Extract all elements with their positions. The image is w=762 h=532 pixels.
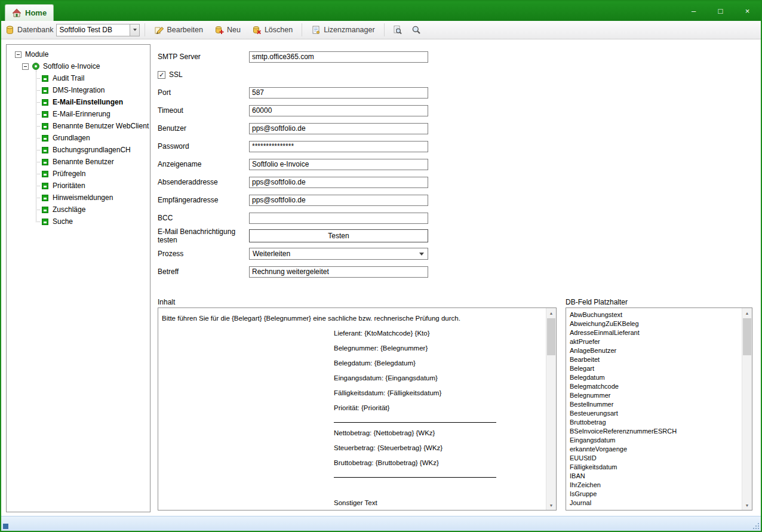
placeholder-item-belegmatchcode[interactable]: Belegmatchcode <box>567 382 740 391</box>
combobox-dropdown-button[interactable] <box>130 24 139 36</box>
tree-item-priorit-ten[interactable]: Prioritäten <box>7 180 150 192</box>
status-icon <box>3 524 8 529</box>
app-window: Home – □ × Datenbank Softfolio Test DB B… <box>0 0 762 532</box>
placeholder-item-adresseeinmallieferant[interactable]: AdresseEinmalLieferant <box>567 328 740 337</box>
bcc-label: BCC <box>158 214 249 222</box>
inhalt-textarea[interactable]: Bitte führen Sie für die {Belegart} {Bel… <box>158 307 557 511</box>
minimize-button[interactable]: – <box>680 1 707 21</box>
ssl-checkbox-field[interactable]: ✓SSL <box>158 70 183 79</box>
tree-item-e-mail-erinnerung[interactable]: E-Mail-Erinnerung <box>7 108 150 120</box>
port-input[interactable] <box>249 87 428 99</box>
placeholder-item-eingangsdatum[interactable]: Eingangsdatum <box>567 436 740 445</box>
tree-connector <box>36 114 40 115</box>
tree-group-softfolio-e-invoice[interactable]: Softfolio e-Invoice <box>7 60 150 72</box>
module-tree-panel: Module Softfolio e-Invoice Audit TrailDM… <box>6 44 150 512</box>
tree-item-benannte-benutzer[interactable]: Benannte Benutzer <box>7 156 150 168</box>
bcc-input[interactable] <box>249 213 428 224</box>
placeholder-item-f-lligkeitsdatum[interactable]: Fälligkeitsdatum <box>567 463 740 472</box>
password-field <box>249 141 428 152</box>
chevron-down-icon <box>133 29 137 31</box>
close-button[interactable]: × <box>734 1 761 21</box>
timeout-input[interactable] <box>249 105 428 116</box>
database-combobox[interactable]: Softfolio Test DB <box>56 24 140 36</box>
divider-line <box>334 477 496 478</box>
smtp-server-input[interactable] <box>249 51 428 63</box>
collapse-icon[interactable] <box>22 63 29 70</box>
ssl-checkbox[interactable]: ✓ <box>158 71 165 79</box>
tree-item-audit-trail[interactable]: Audit Trail <box>7 72 150 84</box>
inhalt-scrollbar[interactable]: ▲ ▼ <box>546 308 556 510</box>
loeschen-button[interactable]: Löschen <box>248 23 297 36</box>
tree-item-zuschl-ge[interactable]: Zuschläge <box>7 204 150 216</box>
search-button[interactable] <box>408 23 424 36</box>
tree-item-pr-fregeln[interactable]: Prüfregeln <box>7 168 150 180</box>
placeholder-item-bearbeitet[interactable]: Bearbeitet <box>567 355 740 364</box>
lizenzmanager-button[interactable]: Lizenzmanager <box>307 23 379 36</box>
form-row-smtp-server: SMTP Server <box>158 48 438 66</box>
tree-children: Audit TrailDMS-IntegrationE-Mail-Einstel… <box>7 72 150 227</box>
placeholder-scrollbar[interactable]: ▲ ▼ <box>742 308 752 510</box>
softfolio-e-invoice-icon <box>32 63 39 70</box>
placeholder-item-ihrzeichen[interactable]: IhrZeichen <box>567 481 740 490</box>
print-preview-button[interactable] <box>389 23 405 36</box>
absenderaddresse-input[interactable] <box>249 177 428 188</box>
password-label: Password <box>158 142 249 150</box>
tree-item-label: E-Mail-Erinnerung <box>53 110 110 118</box>
placeholder-item-bseinvoicereferenznummeresrch[interactable]: BSeInvoiceReferenznummerESRCH <box>567 427 740 436</box>
placeholder-item-besteuerungsart[interactable]: Besteuerungsart <box>567 409 740 418</box>
empfaengeradresse-input[interactable] <box>249 195 428 206</box>
placeholder-item-belegnummer[interactable]: Belegnummer <box>567 391 740 400</box>
resize-grip[interactable] <box>752 522 760 530</box>
placeholder-item-isgruppe[interactable]: IsGruppe <box>567 490 740 499</box>
anzeigename-label: Anzeigename <box>158 160 249 168</box>
tree-item-label: Hinweismeldungen <box>53 193 113 202</box>
neu-button[interactable]: Neu <box>210 23 245 36</box>
scroll-up-icon[interactable]: ▲ <box>546 308 556 318</box>
prozess-select[interactable]: Weiterleiten <box>249 248 428 260</box>
benutzer-input[interactable] <box>249 123 428 134</box>
scroll-thumb[interactable] <box>547 318 555 355</box>
tree-item-dms-integration[interactable]: DMS-Integration <box>7 84 150 96</box>
tree-item-grundlagen[interactable]: Grundlagen <box>7 132 150 144</box>
placeholder-item-bruttobetrag[interactable]: Bruttobetrag <box>567 418 740 427</box>
password-input[interactable] <box>249 141 428 152</box>
content-line: Bruttobetrag: {Bruttobetrag} {WKz} <box>162 456 543 471</box>
anzeigename-input[interactable] <box>249 159 428 170</box>
placeholder-item-euustid[interactable]: EUUStID <box>567 454 740 463</box>
content-line: Lieferant: {KtoMatchcode} {Kto} <box>162 326 543 341</box>
tree-root-module[interactable]: Module <box>7 48 150 60</box>
placeholder-item-belegdatum[interactable]: Belegdatum <box>567 373 740 382</box>
tree-item-label: BuchungsgrundlagenCH <box>53 146 131 154</box>
placeholder-item-abwbuchungstext[interactable]: AbwBuchungstext <box>567 310 740 319</box>
placeholder-item-anlagebenutzer[interactable]: AnlageBenutzer <box>567 346 740 355</box>
scroll-thumb[interactable] <box>743 318 751 355</box>
placeholder-item-abweichungzuekbeleg[interactable]: AbweichungZuEKBeleg <box>567 319 740 328</box>
placeholder-item-journal[interactable]: Journal <box>567 499 740 508</box>
collapse-icon[interactable] <box>15 51 21 58</box>
tree-item-e-mail-einstellungen[interactable]: E-Mail-Einstellungen <box>7 96 150 108</box>
placeholder-item-iban[interactable]: IBAN <box>567 472 740 481</box>
placeholder-list[interactable]: AbwBuchungstextAbweichungZuEKBelegAdress… <box>566 307 752 511</box>
tree-item-benannte-benutzer-webclient[interactable]: Benannte Benutzer WebClient <box>7 120 150 132</box>
maximize-button[interactable]: □ <box>707 1 734 21</box>
module-item-icon <box>42 99 48 106</box>
tree-item-suche[interactable]: Suche <box>7 216 150 227</box>
email-test-button[interactable]: Testen <box>249 229 428 242</box>
edit-pencil-icon <box>154 25 164 35</box>
scroll-down-icon[interactable]: ▼ <box>546 500 556 510</box>
tree-item-hinweismeldungen[interactable]: Hinweismeldungen <box>7 192 150 204</box>
placeholder-item-aktpruefer[interactable]: aktPruefer <box>567 337 740 346</box>
betreff-input[interactable] <box>249 266 428 278</box>
tab-home[interactable]: Home <box>5 4 54 21</box>
scroll-down-icon[interactable]: ▼ <box>742 500 752 510</box>
tree-connector <box>36 138 40 139</box>
tree-item-buchungsgrundlagench[interactable]: BuchungsgrundlagenCH <box>7 144 150 156</box>
bearbeiten-button[interactable]: Bearbeiten <box>150 23 207 36</box>
placeholder-item-bestellnummer[interactable]: Bestellnummer <box>567 400 740 409</box>
module-item-icon <box>42 87 48 94</box>
timeout-field <box>249 105 428 116</box>
bearbeiten-label: Bearbeiten <box>167 26 202 34</box>
placeholder-item-erkanntevorgaenge[interactable]: erkannteVorgaenge <box>567 445 740 454</box>
placeholder-item-belegart[interactable]: Belegart <box>567 364 740 373</box>
scroll-up-icon[interactable]: ▲ <box>742 308 752 318</box>
